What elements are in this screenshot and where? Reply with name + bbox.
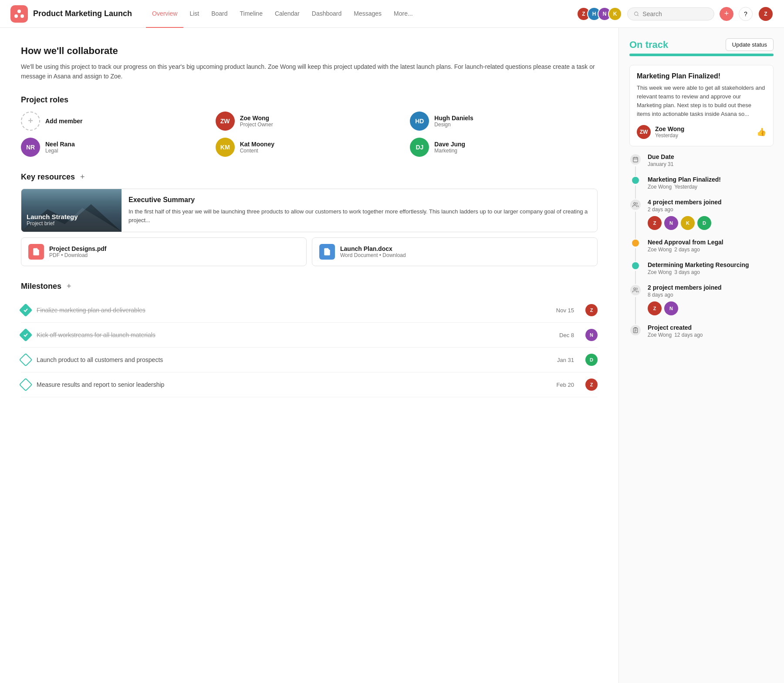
- file-doc[interactable]: Launch Plan.docx Word Document • Downloa…: [312, 237, 598, 266]
- due-date-label: Due Date: [648, 153, 774, 160]
- role-add[interactable]: + Add member: [21, 112, 209, 131]
- file-pdf[interactable]: Project Designs.pdf PDF • Download: [21, 237, 307, 266]
- update-status-button[interactable]: Update status: [726, 38, 774, 51]
- user-avatar[interactable]: Z: [758, 6, 774, 22]
- avatar-kat-role: KM: [216, 138, 235, 157]
- tab-dashboard[interactable]: Dashboard: [306, 0, 348, 28]
- milestones-section: Milestones + Finalize marketing plan and…: [21, 282, 598, 397]
- milestone-date-4: Feb 20: [557, 382, 574, 388]
- milestone-label-2: Kick off workstreams for all launch mate…: [37, 331, 553, 338]
- people-icon: [632, 202, 639, 208]
- due-date-content: Due Date January 31: [648, 153, 774, 176]
- milestone-check-4: [19, 378, 32, 392]
- milestone-3[interactable]: Launch product to all customers and pros…: [21, 348, 598, 372]
- add-resource-button[interactable]: +: [78, 172, 87, 182]
- milestone-4[interactable]: Measure results and report to senior lea…: [21, 372, 598, 397]
- timeline-dot-yellow: [632, 240, 639, 247]
- svg-point-1: [14, 14, 18, 18]
- timeline-time-members-1: 2 days ago: [648, 206, 774, 213]
- app-icon[interactable]: [10, 5, 28, 23]
- avatar-zoe-role: ZW: [216, 112, 235, 131]
- file-doc-name: Launch Plan.docx: [340, 245, 406, 252]
- clipboard-icon: [632, 327, 639, 333]
- timeline-meta-1: Zoe Wong Yesterday: [648, 184, 774, 190]
- milestone-date-1: Nov 15: [556, 307, 574, 314]
- tab-list[interactable]: List: [183, 0, 205, 28]
- avatar-kat[interactable]: K: [608, 7, 622, 21]
- calendar-icon: [632, 156, 639, 162]
- timeline-meta-created: Zoe Wong 12 days ago: [648, 332, 774, 338]
- status-label: On track: [629, 39, 668, 51]
- role-name-neel: Neel Rana: [45, 141, 75, 148]
- milestone-2[interactable]: Kick off workstreams for all launch mate…: [21, 323, 598, 348]
- add-milestone-button[interactable]: +: [65, 282, 73, 291]
- role-name-hugh: Hugh Daniels: [434, 115, 473, 122]
- timeline-dot-resourcing: [632, 262, 639, 269]
- activity-timeline: Due Date January 31 Marketing Plan Final…: [629, 153, 774, 347]
- members-joined-icon-1: [630, 199, 641, 210]
- milestones-title: Milestones +: [21, 282, 598, 291]
- role-sub-kat: Content: [240, 148, 274, 154]
- help-button[interactable]: ?: [739, 7, 753, 21]
- timeline-title-members-1: 4 project members joined: [648, 199, 774, 206]
- search-input[interactable]: [642, 10, 708, 17]
- role-sub-hugh: Design: [434, 122, 473, 128]
- timeline-project-created: Project created Zoe Wong 12 days ago: [629, 324, 774, 347]
- search-bar[interactable]: [627, 7, 714, 20]
- nav-right: Z H N K + ? Z: [577, 6, 774, 22]
- resource-img-title: Launch Strategy: [27, 213, 78, 220]
- joined-avatar-5: Z: [648, 301, 662, 315]
- add-button[interactable]: +: [720, 7, 733, 21]
- doc-icon: [319, 244, 335, 260]
- timeline-due-date: Due Date January 31: [629, 153, 774, 176]
- timeline-dot-1: [632, 177, 639, 184]
- main-layout: How we'll collaborate We'll be using thi…: [0, 28, 784, 683]
- milestone-1[interactable]: Finalize marketing plan and deliverables…: [21, 298, 598, 323]
- timeline-title-approval: Need Approval from Legal: [648, 239, 774, 246]
- role-hugh: HD Hugh Daniels Design: [410, 112, 598, 131]
- timeline-time-created: 12 days ago: [674, 332, 703, 338]
- timeline-marketing-plan: Marketing Plan Finalized! Zoe Wong Yeste…: [629, 176, 774, 199]
- like-button[interactable]: 👍: [757, 127, 766, 137]
- timeline-content-resourcing: Determining Marketing Resourcing Zoe Won…: [648, 261, 774, 284]
- tab-timeline[interactable]: Timeline: [234, 0, 269, 28]
- right-panel: On track Update status Marketing Plan Fi…: [618, 28, 784, 683]
- avatar-dave-role: DJ: [410, 138, 429, 157]
- status-update-author: ZW Zoe Wong Yesterday 👍: [637, 125, 766, 139]
- timeline-content-members-1: 4 project members joined 2 days ago Z N …: [648, 199, 774, 239]
- joined-avatar-6: N: [664, 301, 678, 315]
- status-progress-bar: [629, 54, 774, 56]
- milestone-avatar-3: D: [585, 354, 598, 366]
- tab-board[interactable]: Board: [205, 0, 233, 28]
- role-sub-neel: Legal: [45, 148, 75, 154]
- search-icon: [634, 11, 639, 17]
- role-neel: NR Neel Rana Legal: [21, 138, 209, 157]
- timeline-content-created: Project created Zoe Wong 12 days ago: [648, 324, 774, 347]
- timeline-avatars-1: Z N K D: [648, 216, 774, 230]
- milestone-avatar-4: Z: [585, 379, 598, 391]
- resource-files: Project Designs.pdf PDF • Download: [21, 237, 598, 266]
- tab-more[interactable]: More...: [388, 0, 419, 28]
- status-header: On track Update status: [629, 38, 774, 51]
- svg-point-0: [17, 10, 21, 13]
- status-author-avatar: ZW: [637, 125, 651, 139]
- status-update-title: Marketing Plan Finalized!: [637, 72, 766, 80]
- roles-title: Project roles: [21, 95, 598, 105]
- timeline-members-joined-4: 4 project members joined 2 days ago Z N …: [629, 199, 774, 239]
- timeline-content-members-2: 2 project members joined 8 days ago Z N: [648, 284, 774, 324]
- tab-overview[interactable]: Overview: [146, 0, 183, 28]
- file-doc-meta: Word Document • Download: [340, 252, 406, 258]
- timeline-meta-approval: Zoe Wong 2 days ago: [648, 247, 774, 253]
- resource-img-sub: Project brief: [27, 220, 78, 227]
- timeline-content-1: Marketing Plan Finalized! Zoe Wong Yeste…: [648, 176, 774, 199]
- svg-point-2: [20, 14, 24, 18]
- add-member-icon[interactable]: +: [21, 112, 40, 131]
- svg-rect-15: [633, 328, 637, 333]
- project-title: Product Marketing Launch: [33, 9, 132, 18]
- role-name-dave: Dave Jung: [434, 141, 465, 148]
- tab-calendar[interactable]: Calendar: [269, 0, 306, 28]
- resource-card-main[interactable]: Launch Strategy Project brief Executive …: [21, 189, 598, 232]
- tab-messages[interactable]: Messages: [348, 0, 388, 28]
- team-avatars[interactable]: Z H N K: [577, 7, 622, 21]
- add-member-label[interactable]: Add member: [45, 118, 83, 125]
